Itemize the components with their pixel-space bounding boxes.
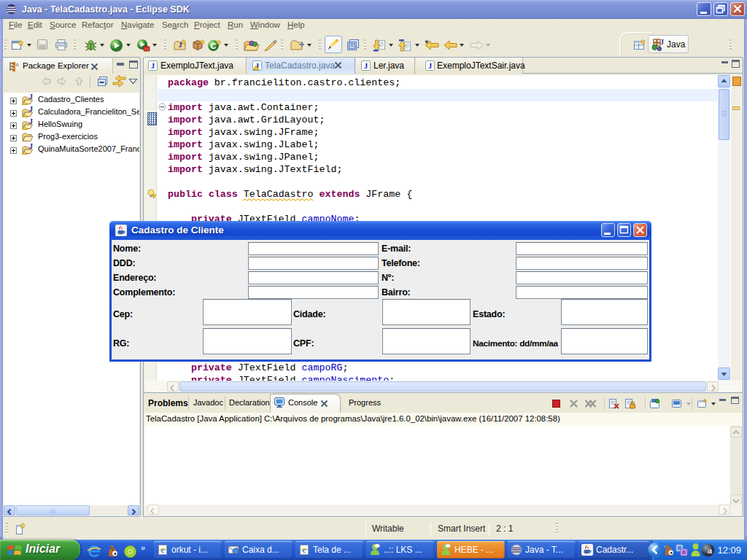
svg-text:a: a <box>708 545 713 556</box>
svg-text:C: C <box>211 42 217 50</box>
svg-text:J: J <box>151 61 155 70</box>
svg-text:J: J <box>660 39 664 46</box>
svg-text:J: J <box>179 41 182 49</box>
svg-text:J: J <box>364 61 368 70</box>
svg-text:e: e <box>160 545 165 555</box>
svg-text:e: e <box>302 545 306 555</box>
svg-text:J: J <box>428 61 433 70</box>
